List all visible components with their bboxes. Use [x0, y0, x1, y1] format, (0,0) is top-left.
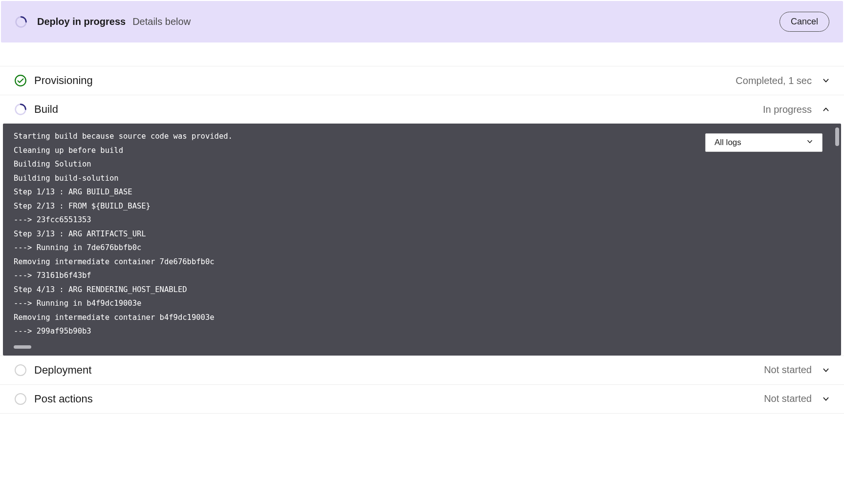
stage-deployment-header[interactable]: Deployment Not started: [0, 356, 844, 384]
pending-icon: [14, 363, 27, 377]
log-line: Step 3/13 : ARG ARTIFACTS_URL: [14, 227, 830, 241]
chevron-down-icon: [822, 366, 830, 375]
stage-name: Deployment: [34, 364, 91, 377]
log-line: Step 1/13 : ARG BUILD_BASE: [14, 185, 830, 199]
log-line: ---> Running in b4f9dc19003e: [14, 296, 830, 311]
chevron-up-icon: [822, 105, 830, 114]
spinner-icon: [14, 103, 27, 116]
stage-build-header[interactable]: Build In progress: [0, 95, 844, 124]
log-line: ---> Running in 7de676bbfb0c: [14, 241, 830, 255]
svg-point-1: [15, 75, 26, 86]
stage-provisioning: Provisioning Completed, 1 sec: [0, 66, 844, 95]
stage-post-actions-header[interactable]: Post actions Not started: [0, 385, 844, 413]
stage-post-actions: Post actions Not started: [0, 384, 844, 414]
log-line: ---> 299af95b90b3: [14, 324, 830, 338]
chevron-down-icon: [822, 395, 830, 403]
scrollbar-horizontal[interactable]: [14, 345, 31, 349]
stage-name: Build: [34, 103, 58, 116]
stage-build: Build In progress All logs Starting buil…: [0, 95, 844, 356]
log-line: Step 4/13 : ARG RENDERING_HOST_ENABLED: [14, 283, 830, 297]
cancel-button[interactable]: Cancel: [779, 12, 829, 32]
log-line: Building build-solution: [14, 171, 830, 186]
success-icon: [14, 74, 27, 87]
spinner-icon: [15, 16, 27, 28]
build-log-lines: Starting build because source code was p…: [14, 129, 830, 338]
chevron-down-icon: [822, 76, 830, 85]
log-line: ---> 23fcc6551353: [14, 213, 830, 227]
deployment-stages: Provisioning Completed, 1 sec Build In p…: [0, 66, 844, 414]
stage-name: Provisioning: [34, 74, 93, 87]
log-line: Step 2/13 : FROM ${BUILD_BASE}: [14, 199, 830, 213]
stage-provisioning-header[interactable]: Provisioning Completed, 1 sec: [0, 66, 844, 95]
pending-icon: [14, 392, 27, 406]
banner-subtitle: Details below: [132, 16, 191, 27]
log-filter-dropdown[interactable]: All logs: [705, 133, 822, 152]
log-filter-selected: All logs: [714, 138, 741, 147]
stage-deployment: Deployment Not started: [0, 356, 844, 384]
scrollbar-vertical[interactable]: [835, 127, 839, 146]
log-line: Removing intermediate container 7de676bb…: [14, 255, 830, 269]
stage-status: Not started: [764, 364, 812, 376]
build-log-panel: All logs Starting build because source c…: [3, 124, 841, 356]
log-line: Building Solution: [14, 157, 830, 171]
stage-name: Post actions: [34, 393, 93, 405]
log-line: ---> 73161b6f43bf: [14, 269, 830, 283]
stage-status: In progress: [763, 104, 812, 115]
stage-status: Completed, 1 sec: [736, 75, 812, 86]
stage-status: Not started: [764, 393, 812, 404]
log-line: Removing intermediate container b4f9dc19…: [14, 311, 830, 325]
chevron-down-icon: [806, 138, 813, 147]
deploy-status-banner: Deploy in progress Details below Cancel: [1, 1, 843, 42]
banner-title: Deploy in progress: [37, 16, 126, 27]
